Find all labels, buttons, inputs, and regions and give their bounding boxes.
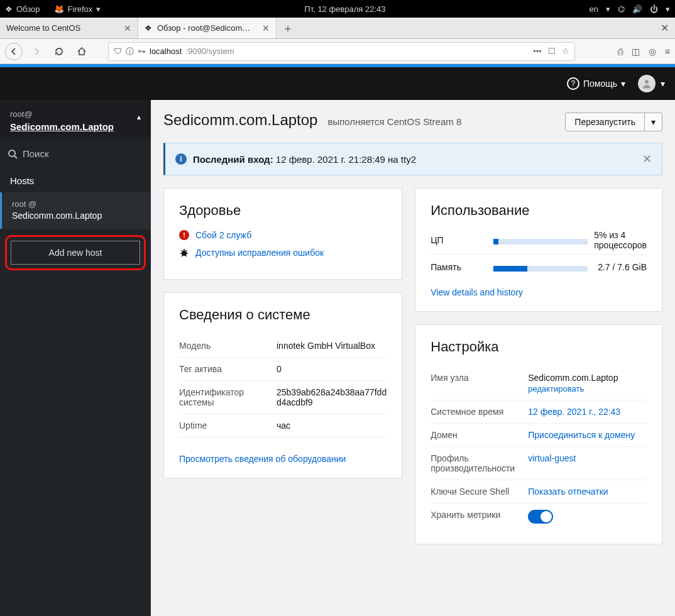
tab-welcome[interactable]: Welcome to CentOS ✕	[0, 18, 138, 38]
perf-profile-link[interactable]: virtual-guest	[528, 453, 647, 463]
chevron-down-icon: ▾	[96, 4, 101, 14]
sidebar: root@ Sedicomm.com.Laptop ▴ Поиск Hosts …	[0, 100, 151, 616]
library-icon[interactable]: ⎙	[618, 47, 623, 57]
favicon: ❖	[145, 23, 152, 33]
perf-label: Профиль производительности	[431, 453, 528, 473]
tab-cockpit[interactable]: ❖ Обзор - root@Sedicomm… ✕	[138, 18, 277, 38]
cockpit-header: ? Помощь ▾ ▾	[0, 67, 675, 100]
svg-line-7	[182, 250, 183, 251]
page-title: Sedicomm.com.Laptop	[163, 111, 317, 129]
view-details-link[interactable]: View details and history	[431, 287, 647, 297]
hostname-edit-link[interactable]: редактировать	[528, 384, 647, 393]
close-icon[interactable]: ✕	[262, 23, 270, 33]
sidebar-search[interactable]: Поиск	[0, 140, 151, 169]
power-icon[interactable]: ⏻	[650, 4, 658, 14]
card-title: Сведения о системе	[179, 307, 387, 323]
services-fail-link[interactable]: Сбой 2 служб	[195, 230, 251, 240]
star-icon[interactable]: ☆	[562, 47, 569, 56]
protection-icon[interactable]: ◎	[649, 47, 656, 57]
more-icon[interactable]: •••	[533, 47, 542, 56]
firefox-toolbar: 🛡 ⓘ 🗝 localhost:9090/system ••• ☐ ☆ ⎙ ◫ …	[0, 39, 675, 64]
svg-line-2	[14, 156, 17, 158]
app-icon: ❖	[5, 4, 13, 14]
os-text: CentOS Stream 8	[387, 116, 461, 127]
gnome-top-bar: ❖ Обзор 🦊 Firefox ▾ Пт, 12 февраля 22:43…	[0, 0, 675, 18]
ssh-label: Ключи Secure Shell	[431, 487, 528, 497]
uptime-value: час	[277, 421, 387, 431]
svg-point-1	[9, 150, 15, 157]
mem-value: 2.7 / 7.6 GiB	[598, 262, 647, 272]
tag-value: 0	[277, 364, 387, 374]
avatar	[638, 75, 656, 92]
hardware-link[interactable]: Просмотреть сведения об оборудовании	[179, 454, 387, 464]
close-icon[interactable]: ✕	[124, 23, 131, 33]
new-tab-button[interactable]: ＋	[277, 18, 299, 38]
url-host: localhost	[150, 47, 182, 56]
uptime-label: Uptime	[179, 421, 277, 431]
forward-button[interactable]	[28, 43, 45, 60]
tag-label: Тег актива	[179, 364, 277, 374]
tab-label: Welcome to CentOS	[6, 23, 119, 33]
reload-button[interactable]	[50, 43, 68, 60]
add-host-button[interactable]: Add new host	[11, 241, 140, 265]
svg-line-10	[185, 255, 187, 256]
model-label: Модель	[179, 341, 277, 351]
hostname-label: Имя узла	[431, 373, 528, 383]
alert-value: 12 февр. 2021 г. 21:28:49 на tty2	[276, 154, 416, 165]
chevron-down-icon: ▾	[621, 79, 625, 89]
id-label: Идентификатор системы	[179, 387, 277, 407]
chevron-down-icon: ▾	[661, 79, 665, 89]
mem-bar	[493, 266, 588, 272]
info-icon[interactable]: ⓘ	[126, 46, 134, 57]
url-bar[interactable]: 🛡 ⓘ 🗝 localhost:9090/system ••• ☐ ☆	[108, 42, 575, 61]
sysinfo-card: Сведения о системе Модельinnotek GmbH Vi…	[163, 292, 402, 478]
domain-join-link[interactable]: Присоединиться к домену	[528, 430, 647, 440]
reader-icon[interactable]: ☐	[548, 47, 556, 56]
sidebar-host: Sedicomm.com.Laptop	[10, 120, 137, 133]
help-menu[interactable]: ? Помощь ▾	[567, 77, 625, 90]
shield-icon[interactable]: 🛡	[114, 47, 122, 56]
app-title[interactable]: Обзор	[16, 4, 40, 14]
hostname-value: Sedicomm.com.Laptop	[528, 373, 647, 383]
sidebar-host-selector[interactable]: root@ Sedicomm.com.Laptop ▴	[0, 100, 151, 140]
info-icon: i	[175, 153, 187, 165]
user-menu[interactable]: ▾	[638, 75, 665, 92]
window-close-button[interactable]: ✕	[654, 18, 675, 38]
mem-label: Память	[431, 262, 487, 272]
bugfix-link[interactable]: Доступны исправления ошибок	[195, 248, 324, 258]
host-item-user: root @	[12, 199, 141, 210]
restart-button[interactable]: Перезапустить ▾	[565, 113, 662, 131]
url-path: :9090/system	[185, 47, 234, 56]
main-content: Sedicomm.com.Laptop выполняется CentOS S…	[151, 100, 675, 616]
volume-icon[interactable]: 🔊	[632, 4, 642, 14]
lang-indicator[interactable]: en	[590, 4, 598, 14]
usage-card: Использование ЦП 5% из 4 процессоров Пам…	[415, 188, 662, 312]
gnome-clock[interactable]: Пт, 12 февраля 22:43	[101, 4, 589, 14]
time-value-link[interactable]: 12 февр. 2021 г., 22:43	[528, 407, 647, 417]
search-placeholder: Поиск	[23, 148, 49, 159]
sidebar-user: root@	[10, 109, 137, 120]
ssh-fingerprints-link[interactable]: Показать отпечатки	[528, 487, 647, 497]
close-icon[interactable]: ✕	[642, 152, 652, 166]
restart-label: Перезапустить	[566, 113, 645, 131]
cpu-bar	[493, 239, 588, 245]
health-card: Здоровье ! Сбой 2 служб Доступны исправл…	[163, 188, 402, 280]
last-login-alert: i Последний вход: 12 февр. 2021 г. 21:28…	[163, 143, 662, 175]
sidebar-icon[interactable]: ◫	[632, 47, 640, 57]
search-icon	[8, 149, 18, 159]
network-icon[interactable]: ⌬	[618, 4, 625, 14]
firefox-icon: 🦊	[54, 4, 64, 14]
home-button[interactable]	[73, 43, 91, 60]
menu-icon[interactable]: ≡	[665, 47, 670, 57]
metrics-toggle[interactable]	[528, 510, 553, 524]
key-icon[interactable]: 🗝	[138, 47, 146, 56]
chevron-down-icon[interactable]: ▾	[645, 113, 662, 131]
browser-menu[interactable]: Firefox	[68, 4, 93, 14]
help-label: Помощь	[583, 79, 617, 89]
page-title-bar: Sedicomm.com.Laptop выполняется CentOS S…	[163, 111, 662, 131]
host-list-item[interactable]: root @ Sedicomm.com.Laptop	[0, 192, 151, 229]
status-text: выполняется	[327, 116, 384, 127]
highlight-box: Add new host	[5, 235, 146, 270]
time-label: Системное время	[431, 407, 528, 417]
back-button[interactable]	[5, 43, 23, 60]
